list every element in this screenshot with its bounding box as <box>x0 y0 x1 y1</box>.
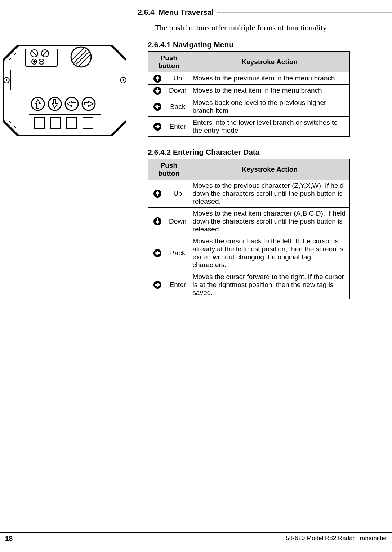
table-row: Down Moves to the next item in the menu … <box>148 84 350 97</box>
svg-rect-27 <box>11 70 119 90</box>
document-title: 58-610 Model R82 Radar Transmitter <box>286 535 387 543</box>
section-number: 2.6.4 <box>138 8 155 16</box>
page-footer: 18 58-610 Model R82 Radar Transmitter <box>0 532 392 543</box>
col-keystroke-action: Keystroke Action <box>190 159 350 180</box>
button-label: Back <box>166 235 190 271</box>
heading-rule <box>217 12 392 13</box>
up-arrow-icon <box>148 72 166 85</box>
subsection-2-title: Entering Character Data <box>173 148 259 156</box>
enter-arrow-icon <box>148 116 166 137</box>
down-arrow-icon <box>148 207 166 235</box>
keystroke-action: Moves the cursor back to the left. If th… <box>190 235 350 271</box>
entering-character-table: Push button Keystroke Action Up Moves to… <box>148 159 350 299</box>
enter-arrow-icon <box>148 271 166 299</box>
subsection-2-heading: 2.6.4.2 Entering Character Data <box>148 148 392 156</box>
table-row: Up Moves to the previous item in the men… <box>148 72 350 85</box>
button-label: Back <box>166 97 190 116</box>
table-row: Enter Moves the cursor forward to the ri… <box>148 271 350 299</box>
button-label: Enter <box>166 116 190 137</box>
table-header-row: Push button Keystroke Action <box>148 52 350 72</box>
keystroke-action: Moves to the next item character (A,B,C,… <box>190 207 350 235</box>
navigating-menu-table: Push button Keystroke Action Up Moves to… <box>148 51 350 137</box>
svg-rect-39 <box>34 118 44 128</box>
down-arrow-icon <box>148 84 166 97</box>
button-label: Enter <box>166 271 190 299</box>
keystroke-action: Moves to the previous item in the menu b… <box>190 72 350 85</box>
button-label: Up <box>166 72 190 85</box>
back-arrow-icon <box>148 235 166 271</box>
col-keystroke-action: Keystroke Action <box>190 52 350 72</box>
keystroke-action: Enters into the lower level branch or sw… <box>190 116 350 137</box>
col-push-button: Push button <box>148 52 190 72</box>
up-arrow-icon <box>148 180 166 207</box>
subsection-2-number: 2.6.4.2 <box>148 148 171 156</box>
button-label: Down <box>166 207 190 235</box>
svg-rect-41 <box>67 118 77 128</box>
page-number: 18 <box>5 535 13 543</box>
table-row: Enter Enters into the lower level branch… <box>148 116 350 137</box>
keystroke-action: Moves back one level to the previous hig… <box>190 97 350 116</box>
button-label: Down <box>166 84 190 97</box>
intro-text: The push buttons offer multiple forms of… <box>155 23 392 32</box>
svg-rect-42 <box>83 118 93 128</box>
col-push-button: Push button <box>148 159 190 180</box>
section-title: Menu Traversal <box>159 8 214 16</box>
subsection-1-title: Navigating Menu <box>173 40 233 49</box>
table-row: Back Moves the cursor back to the left. … <box>148 235 350 271</box>
keystroke-action: Moves to the previous character (Z,Y,X,W… <box>190 180 350 207</box>
subsection-1-heading: 2.6.4.1 Navigating Menu <box>148 40 392 49</box>
button-label: Up <box>166 180 190 207</box>
svg-rect-40 <box>50 118 61 128</box>
device-illustration <box>0 42 130 141</box>
table-row: Up Moves to the previous character (Z,Y,… <box>148 180 350 207</box>
section-heading: 2.6.4 Menu Traversal <box>138 8 392 17</box>
subsection-1-number: 2.6.4.1 <box>148 40 171 49</box>
table-row: Down Moves to the next item character (A… <box>148 207 350 235</box>
table-row: Back Moves back one level to the previou… <box>148 97 350 116</box>
keystroke-action: Moves to the next item in the menu branc… <box>190 84 350 97</box>
back-arrow-icon <box>148 97 166 116</box>
keystroke-action: Moves the cursor forward to the right. I… <box>190 271 350 299</box>
table-header-row: Push button Keystroke Action <box>148 159 350 180</box>
